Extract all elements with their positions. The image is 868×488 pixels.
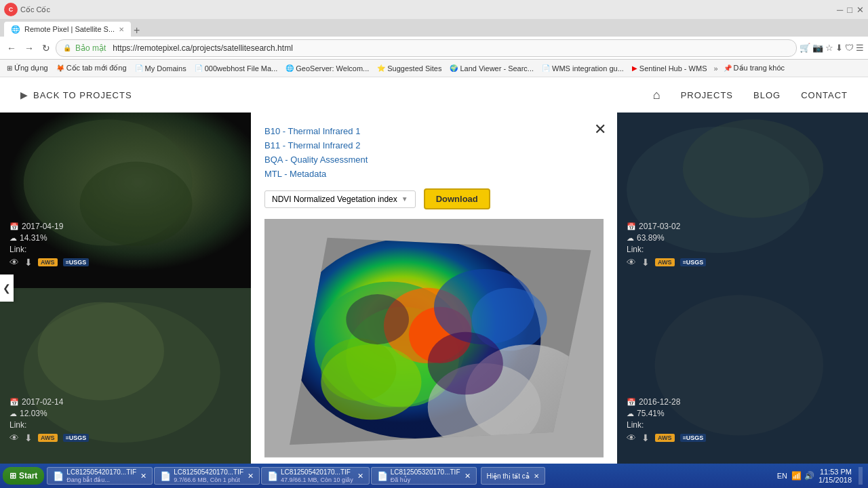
index-dropdown[interactable]: NDVI Normalized Vegetation index ▼	[264, 190, 416, 208]
home-icon[interactable]: ⌂	[653, 88, 660, 102]
title-bar-left: C Cốc Cốc	[4, 3, 50, 16]
taskbar-download-2[interactable]: 📄 LC812505420170...TIF 9.7/66.6 MB, Còn …	[154, 467, 260, 485]
show-all-close-icon[interactable]: ✕	[534, 472, 539, 480]
left-bottom-link: Link:	[9, 420, 89, 430]
bookmark-star-icon[interactable]: ☆	[825, 43, 833, 53]
shield-icon[interactable]: 🛡	[845, 43, 854, 53]
taskbar-download-1[interactable]: 📄 LC812505420170...TIF Đang bắt đầu... ✕	[47, 467, 153, 485]
menu-icon[interactable]: ☰	[856, 43, 864, 53]
band-mtl[interactable]: MTL - Metadata	[264, 169, 604, 179]
bookmark-sentinel[interactable]: ▶ Sentinel Hub - WMS	[629, 64, 710, 73]
bookmark-apps[interactable]: ⊞ Ứng dụng	[4, 63, 51, 73]
modal-close-button[interactable]: ✕	[590, 119, 610, 140]
dropdown-arrow-icon: ▼	[401, 195, 408, 203]
taskbar-download-3[interactable]: 📄 LC812505420170...TIF 47.9/66.1 MB, Còn…	[261, 467, 370, 485]
browser-chrome: C Cốc Cốc ─ □ ✕ 🌐 Remote Pixel | Satelli…	[0, 0, 868, 77]
lang-text: EN	[777, 472, 787, 480]
left-top-cloud: ☁ 14.31%	[9, 233, 89, 243]
screenshot-icon[interactable]: 📷	[812, 43, 823, 53]
nav-projects[interactable]: PROJECTS	[681, 90, 733, 100]
more-bookmarks-btn[interactable]: »	[713, 64, 717, 73]
download-icon-5[interactable]: ⬇	[642, 432, 650, 443]
svg-point-26	[346, 294, 409, 344]
taskbar-download-4[interactable]: 📄 LC812505320170...TIF Đã hủy ✕	[371, 467, 477, 485]
aws-badge-3: AWS	[38, 434, 58, 442]
bookmark-landviewer[interactable]: 🌍 Land Viewer - Searc...	[447, 64, 536, 73]
calendar-icon-5: 📅	[627, 398, 636, 407]
shopping-icon[interactable]: 🛒	[800, 43, 810, 53]
geoserver-icon: 🌐	[285, 64, 294, 72]
right-top-cloud: ☁ 63.89%	[627, 233, 706, 243]
eye-icon-4[interactable]: 👁	[627, 257, 636, 268]
dautrang-icon: 📌	[724, 64, 732, 72]
band-b11[interactable]: B11 - Thermal Infrared 2	[264, 140, 604, 150]
usgs-badge-4: ≡USGS	[680, 258, 707, 266]
window-minimize[interactable]: ─	[837, 5, 843, 15]
bookmark-wms-integration[interactable]: 📄 WMS integration gu...	[539, 64, 627, 73]
coctab-icon: 🦊	[56, 64, 64, 72]
right-top-link: Link:	[627, 245, 706, 254]
new-tab-button[interactable]: +	[134, 24, 140, 37]
cloud-icon: ☁	[9, 234, 17, 243]
nav-blog[interactable]: BLOG	[753, 90, 781, 100]
band-b10[interactable]: B10 - Thermal Infrared 1	[264, 126, 604, 136]
security-lock-icon: 🔒	[63, 44, 71, 52]
address-bar[interactable]: 🔒 Bảo mật https://remotepixel.ca/project…	[56, 39, 797, 57]
download-1-info: LC812505420170...TIF Đang bắt đầu...	[66, 468, 136, 483]
eye-icon[interactable]: 👁	[9, 257, 19, 268]
center-modal: ✕ B10 - Thermal Infrared 1 B11 - Thermal…	[251, 113, 617, 464]
bookmark-suggested[interactable]: ⭐ Suggested Sites	[374, 64, 444, 73]
right-bottom-cloud: ☁ 75.41%	[627, 409, 706, 418]
download-icon[interactable]: ⬇	[24, 257, 33, 268]
download-4-close[interactable]: ✕	[465, 472, 471, 481]
aws-badge: AWS	[38, 258, 58, 266]
nav-extras: 🛒 📷 ☆ ⬇ 🛡 ☰	[800, 43, 864, 53]
back-project-icon: ▶	[20, 89, 28, 100]
suggested-icon: ⭐	[377, 64, 385, 72]
start-button[interactable]: ⊞ Start	[3, 467, 44, 485]
usgs-badge-3: ≡USGS	[63, 434, 90, 442]
band-bqa[interactable]: BQA - Quality Assessment	[264, 155, 604, 165]
download-3-close[interactable]: ✕	[357, 472, 363, 481]
right-top-panel: 📅 2017-03-02 ☁ 63.89% Link: 👁 ⬇ AWS	[617, 113, 868, 288]
svg-point-8	[683, 119, 823, 218]
active-tab[interactable]: 🌐 Remote Pixel | Satellite S... ✕	[4, 22, 131, 37]
bookmark-dautrang[interactable]: 📌 Dầu trang khóc	[721, 63, 787, 73]
tab-close-btn[interactable]: ✕	[119, 26, 124, 33]
forward-button[interactable]: →	[22, 41, 37, 55]
svg-point-2	[80, 162, 193, 246]
left-top-actions: 👁 ⬇ AWS ≡USGS	[9, 257, 89, 268]
refresh-button[interactable]: ↻	[39, 41, 53, 55]
scroll-left-button[interactable]: ❮	[0, 274, 14, 302]
clock: 11:53 PM 1/15/2018	[818, 468, 852, 484]
svg-point-22	[321, 338, 396, 401]
site-header: ▶ BACK TO PROJECTS ⌂ PROJECTS BLOG CONTA…	[0, 77, 868, 113]
back-button[interactable]: ←	[4, 41, 19, 55]
right-bottom-info: 📅 2016-12-28 ☁ 75.41% Link: 👁 ⬇ AWS	[627, 397, 706, 443]
tab-title: Remote Pixel | Satellite S...	[24, 25, 115, 33]
usgs-badge-5: ≡USGS	[680, 434, 707, 442]
eye-icon-5[interactable]: 👁	[627, 432, 636, 443]
window-close[interactable]: ✕	[856, 5, 864, 15]
start-icon: ⊞	[9, 471, 16, 481]
bookmark-coctab[interactable]: 🦊 Cốc tab mới đống	[54, 63, 130, 73]
eye-icon-3[interactable]: 👁	[9, 432, 19, 443]
download-1-close[interactable]: ✕	[140, 472, 146, 481]
show-desktop-button[interactable]	[859, 467, 863, 485]
download-2-close[interactable]: ✕	[248, 472, 254, 481]
taskbar-right: EN 📶 🔊 11:53 PM 1/15/2018	[777, 467, 865, 485]
back-to-projects-text[interactable]: BACK TO PROJECTS	[33, 90, 132, 100]
show-all-item[interactable]: Hiện thị tất cả ✕	[481, 467, 545, 485]
start-label: Start	[19, 471, 37, 481]
bookmark-geoserver[interactable]: 🌐 GeoServer: Welcom...	[283, 64, 372, 73]
download-button[interactable]: Download	[424, 188, 490, 209]
download-icon-3[interactable]: ⬇	[24, 432, 33, 443]
left-top-panel: 📅 2017-04-19 ☁ 14.31% Link: 👁 ⬇ AWS	[0, 113, 251, 288]
window-maximize[interactable]: □	[847, 5, 852, 15]
nav-contact[interactable]: CONTACT	[801, 90, 848, 100]
download-icon-4[interactable]: ⬇	[642, 257, 650, 268]
download-arrow-icon[interactable]: ⬇	[835, 43, 843, 53]
landviewer-icon: 🌍	[450, 64, 458, 72]
bookmark-000webhost[interactable]: 📄 000webhost File Ma...	[192, 64, 281, 73]
bookmark-mydomains[interactable]: 📄 My Domains	[132, 64, 189, 73]
